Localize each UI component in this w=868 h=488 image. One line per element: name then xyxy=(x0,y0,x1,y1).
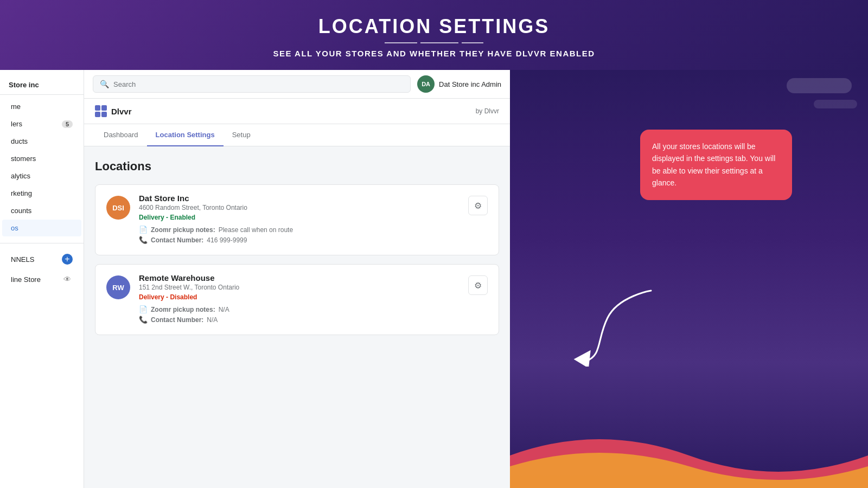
location-contact-0: 📞 Contact Number: 416 999-9999 xyxy=(139,236,459,244)
page-main-title: LOCATION SETTINGS xyxy=(11,15,857,38)
arrow-container xyxy=(553,285,662,369)
main-area: Store inc me lers 5 ducts stomers alytic… xyxy=(0,70,868,488)
location-address-1: 151 2nd Street W., Toronto Ontario xyxy=(139,284,459,291)
topbar: 🔍 Search DA Dat Store inc Admin xyxy=(84,70,510,99)
tooltip-bubble: All your stores locations will be displa… xyxy=(640,130,792,200)
app-header: Dlvvr by Dlvvr xyxy=(84,99,510,124)
location-avatar-0: DSI xyxy=(106,196,130,220)
sidebar-badge-lers: 5 xyxy=(62,120,73,128)
app-logo-icon xyxy=(95,105,107,117)
notes-icon-1: 📄 xyxy=(139,305,148,313)
arrow-icon xyxy=(553,285,662,367)
app-logo: Dlvvr xyxy=(95,105,132,117)
page-title: Locations xyxy=(95,159,499,174)
tab-location-settings[interactable]: Location Settings xyxy=(147,124,224,146)
phone-icon-1: 📞 xyxy=(139,316,148,324)
sidebar-item-channels[interactable]: NNELS + xyxy=(2,249,81,269)
content-area: 🔍 Search DA Dat Store inc Admin Dlvvr by… xyxy=(84,70,510,488)
sidebar-item-os[interactable]: os xyxy=(2,220,81,236)
user-badge: DA Dat Store inc Admin xyxy=(417,75,501,93)
location-info-1: Remote Warehouse 151 2nd Street W., Toro… xyxy=(139,273,459,326)
right-panel: All your stores locations will be displa… xyxy=(510,70,868,488)
tab-setup[interactable]: Setup xyxy=(224,124,259,146)
user-name: Dat Store inc Admin xyxy=(439,80,501,88)
store-name: Store inc xyxy=(0,75,84,95)
sidebar-item-me[interactable]: me xyxy=(2,98,81,115)
tooltip-text: All your stores locations will be displa… xyxy=(652,140,780,189)
app-by-label: by Dlvvr xyxy=(476,107,499,115)
settings-button-1[interactable]: ⚙ xyxy=(468,275,488,295)
search-icon: 🔍 xyxy=(100,80,109,88)
sidebar-item-alytics[interactable]: alytics xyxy=(2,168,81,184)
app-name: Dlvvr xyxy=(111,107,132,116)
location-address-0: 4600 Random Street, Toronto Ontario xyxy=(139,204,459,211)
sidebar-item-ducts[interactable]: ducts xyxy=(2,133,81,150)
sidebar-item-counts[interactable]: counts xyxy=(2,202,81,219)
tab-dashboard[interactable]: Dashboard xyxy=(95,124,147,146)
sidebar: Store inc me lers 5 ducts stomers alytic… xyxy=(0,70,84,488)
settings-button-0[interactable]: ⚙ xyxy=(468,196,488,215)
decorative-blob-mid xyxy=(814,100,857,108)
location-name-0: Dat Store Inc xyxy=(139,194,459,203)
header-divider xyxy=(11,42,857,43)
add-channel-button[interactable]: + xyxy=(62,254,73,265)
page-content: Locations DSI Dat Store Inc 4600 Random … xyxy=(84,146,510,488)
sidebar-item-stomers[interactable]: stomers xyxy=(2,150,81,167)
sidebar-item-online-store[interactable]: line Store 👁 xyxy=(2,269,81,289)
location-card-1: RW Remote Warehouse 151 2nd Street W., T… xyxy=(95,264,499,335)
location-delivery-0: Delivery - Enabled xyxy=(139,214,459,221)
app-panel: Store inc me lers 5 ducts stomers alytic… xyxy=(0,70,510,488)
wave-decoration xyxy=(510,423,868,488)
location-name-1: Remote Warehouse xyxy=(139,273,459,282)
eye-icon[interactable]: 👁 xyxy=(62,274,73,285)
notes-icon-0: 📄 xyxy=(139,226,148,234)
svg-marker-0 xyxy=(573,350,596,367)
header-banner: LOCATION SETTINGS SEE ALL YOUR STORES AN… xyxy=(0,0,868,70)
phone-icon-0: 📞 xyxy=(139,236,148,244)
location-contact-1: 📞 Contact Number: N/A xyxy=(139,316,459,324)
search-placeholder: Search xyxy=(113,80,136,88)
location-avatar-1: RW xyxy=(106,275,130,299)
location-card-0: DSI Dat Store Inc 4600 Random Street, To… xyxy=(95,184,499,255)
location-pickup-notes-0: 📄 Zoomr pickup notes: Please call when o… xyxy=(139,226,459,234)
user-avatar: DA xyxy=(417,75,435,93)
sidebar-item-lers[interactable]: lers 5 xyxy=(2,115,81,132)
location-delivery-1: Delivery - Disabled xyxy=(139,293,459,301)
location-info-0: Dat Store Inc 4600 Random Street, Toront… xyxy=(139,194,459,246)
location-pickup-notes-1: 📄 Zoomr pickup notes: N/A xyxy=(139,305,459,313)
decorative-blob-top xyxy=(787,78,852,93)
tabs: Dashboard Location Settings Setup xyxy=(84,124,510,146)
header-subtitle: SEE ALL YOUR STORES AND WHETHER THEY HAV… xyxy=(11,49,857,58)
sidebar-item-rketing[interactable]: rketing xyxy=(2,185,81,202)
search-bar[interactable]: 🔍 Search xyxy=(93,75,411,93)
